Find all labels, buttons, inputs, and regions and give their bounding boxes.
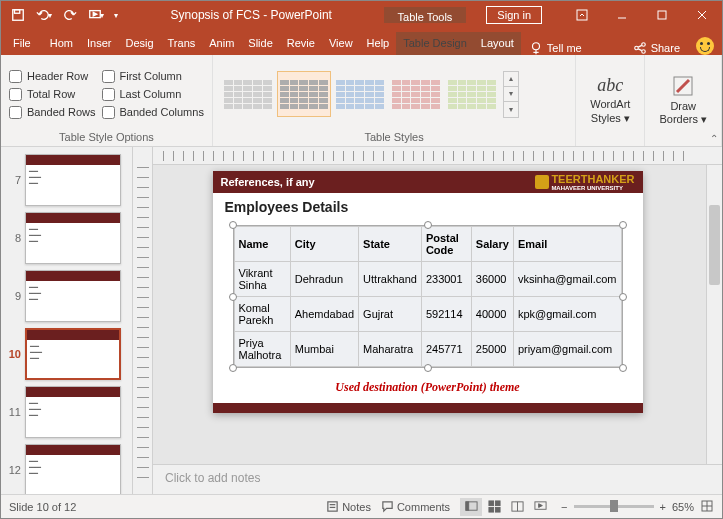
gallery-more[interactable]: ▾ [504,102,518,117]
maximize-button[interactable] [642,1,682,29]
ribbon-options-button[interactable] [562,1,602,29]
zoom-slider[interactable] [574,505,654,508]
thumbnail-12[interactable]: 12━━━━━━━━━━ [1,441,132,494]
tab-insert[interactable]: Inser [80,32,118,55]
wordart-styles-button[interactable]: abcWordArtStyles ▾ [584,67,636,133]
checkbox-last-column[interactable]: Last Column [102,88,204,101]
tab-file[interactable]: File [1,32,43,55]
close-button[interactable] [682,1,722,29]
slide-title[interactable]: Employees Details [213,193,643,221]
normal-view-button[interactable] [460,498,482,516]
redo-button[interactable] [59,4,81,26]
thumbnail-7[interactable]: 7━━━━━━━━━━ [1,151,132,209]
table-header[interactable]: Name [234,227,290,262]
zoom-in-button[interactable]: + [660,501,666,513]
tab-design[interactable]: Desig [118,32,160,55]
start-from-beginning-button[interactable]: ▾ [85,4,107,26]
slide-thumbnails[interactable]: 7━━━━━━━━━━8━━━━━━━━━━9━━━━━━━━━━10━━━━━… [1,147,133,494]
share-button[interactable]: Share [625,41,688,55]
ribbon: Header Row Total Row Banded Rows First C… [1,55,722,147]
resize-handle[interactable] [619,364,627,372]
tab-layout[interactable]: Layout [474,32,521,55]
thumbnail-11[interactable]: 11━━━━━━━━━━ [1,383,132,441]
group-table-style-options: Header Row Total Row Banded Rows First C… [1,55,213,146]
thumbnail-8[interactable]: 8━━━━━━━━━━ [1,209,132,267]
table-row[interactable]: Vikrant SinhaDehradunUttrakhand233001360… [234,262,621,297]
gallery-down[interactable]: ▾ [504,87,518,102]
resize-handle[interactable] [619,293,627,301]
gallery-up[interactable]: ▴ [504,72,518,87]
save-button[interactable] [7,4,29,26]
draw-borders-button[interactable]: DrawBorders ▾ [653,67,713,133]
comments-button[interactable]: Comments [381,500,450,513]
group-wordart-styles: abcWordArtStyles ▾ [576,55,645,146]
statusbar: Slide 10 of 12 Notes Comments − + 65% [1,494,722,518]
tab-slideshow[interactable]: Slide [241,32,279,55]
notes-pane[interactable]: Click to add notes [153,464,722,494]
checkbox-first-column[interactable]: First Column [102,70,204,83]
resize-handle[interactable] [424,364,432,372]
svg-rect-1 [15,10,20,14]
checkbox-banded-columns[interactable]: Banded Columns [102,106,204,119]
tab-transitions[interactable]: Trans [161,32,203,55]
reading-view-button[interactable] [506,498,528,516]
sign-in-button[interactable]: Sign in [486,6,542,24]
table-style-3[interactable] [333,71,387,117]
zoom-out-button[interactable]: − [561,501,567,513]
table-header[interactable]: City [290,227,358,262]
slide[interactable]: References, if any TEERTHANKERMAHAVEER U… [213,171,643,413]
feedback-icon[interactable] [696,37,714,55]
tab-home[interactable]: Hom [43,32,80,55]
tab-animations[interactable]: Anim [202,32,241,55]
checkbox-header-row[interactable]: Header Row [9,70,96,83]
resize-handle[interactable] [229,221,237,229]
slide-canvas[interactable]: References, if any TEERTHANKERMAHAVEER U… [153,165,722,464]
zoom-level[interactable]: 65% [672,501,694,513]
svg-point-8 [532,43,539,50]
resize-handle[interactable] [424,221,432,229]
tab-view[interactable]: View [322,32,360,55]
svg-rect-24 [495,501,500,506]
thumbnail-9[interactable]: 9━━━━━━━━━━ [1,267,132,325]
minimize-button[interactable] [602,1,642,29]
checkbox-banded-rows[interactable]: Banded Rows [9,106,96,119]
undo-button[interactable]: ▾ [33,4,55,26]
qat-customize-button[interactable]: ▾ [111,4,123,26]
draw-borders-icon [671,74,695,98]
notes-button[interactable]: Notes [326,500,371,513]
table-header[interactable]: Postal Code [421,227,471,262]
table-header[interactable]: Salary [471,227,513,262]
zoom-controls: − + 65% [561,499,714,515]
resize-handle[interactable] [619,221,627,229]
table-style-1[interactable] [221,71,275,117]
table-header[interactable]: State [359,227,422,262]
tab-review[interactable]: Revie [280,32,322,55]
table-header[interactable]: Email [513,227,621,262]
fit-to-window-button[interactable] [700,499,714,515]
collapse-ribbon-button[interactable]: ⌃ [710,133,718,144]
checkbox-total-row[interactable]: Total Row [9,88,96,101]
tab-table-design[interactable]: Table Design [396,32,474,55]
ribbon-tabs: File Hom Inser Desig Trans Anim Slide Re… [1,29,722,55]
tab-help[interactable]: Help [360,32,397,55]
table-row[interactable]: Komal ParekhAhemdabadGujrat59211440000kp… [234,297,621,332]
resize-handle[interactable] [229,293,237,301]
resize-handle[interactable] [229,364,237,372]
tell-me-button[interactable]: Tell me [521,41,590,55]
work-area: 7━━━━━━━━━━8━━━━━━━━━━9━━━━━━━━━━10━━━━━… [1,147,722,494]
table-style-5[interactable] [445,71,499,117]
svg-line-17 [677,80,689,92]
sorter-view-button[interactable] [483,498,505,516]
vertical-scrollbar[interactable] [706,165,722,464]
slide-indicator[interactable]: Slide 10 of 12 [9,501,76,513]
table-row[interactable]: Priya MalhotraMumbaiMaharatra24577125000… [234,332,621,367]
thumbnail-10[interactable]: 10━━━━━━━━━━ [1,325,132,383]
employees-table[interactable]: NameCityStatePostal CodeSalaryEmailVikra… [234,226,622,367]
window-title: Synopsis of FCS - PowerPoint [129,8,364,22]
table-style-2[interactable] [277,71,331,117]
slideshow-view-button[interactable] [529,498,551,516]
employees-table-frame[interactable]: NameCityStatePostal CodeSalaryEmailVikra… [233,225,623,368]
svg-rect-23 [489,501,494,506]
table-style-4[interactable] [389,71,443,117]
view-buttons [460,498,551,516]
